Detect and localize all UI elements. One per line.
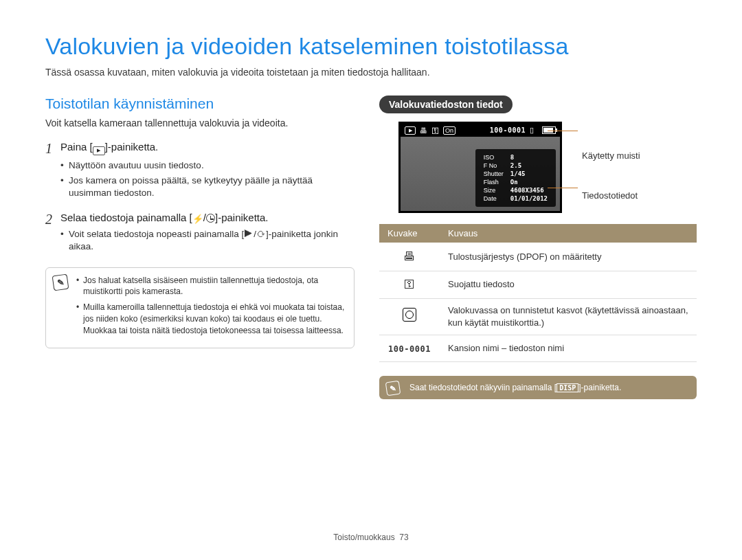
tip-icon: ✎ <box>385 381 401 396</box>
flash-icon: ⚡ <box>192 214 203 224</box>
sd-card-icon: ▯ <box>530 126 534 135</box>
page-footer: Toisto/muokkaus 73 <box>0 533 742 542</box>
lcd-top-bar: ▶ 🖶 ⚿ On 100-0001 ▯ <box>401 124 560 137</box>
note-item: Jos haluat katsella sisäiseen muistiin t… <box>76 275 346 298</box>
legend-desc: Suojattu tiedosto <box>440 271 697 298</box>
legend-head-icon: Kuvake <box>379 224 440 243</box>
section-heading: Toistotilan käynnistäminen <box>45 96 355 112</box>
step-bullet: Näyttöön avautuu uusin tiedosto. <box>69 159 355 172</box>
legend-row: ⚿ Suojattu tiedosto <box>379 271 697 298</box>
step-bullet: Jos kamera on poissa päältä, se kytkeyty… <box>69 175 355 199</box>
step-text-pre: Selaa tiedostoja painamalla [ <box>60 212 192 223</box>
lcd-preview: ▶ 🖶 ⚿ On 100-0001 ▯ ISO8 F No2.5 Shutter… <box>398 122 562 213</box>
tip-box: ✎ Saat tiedostotiedot näkyviin painamall… <box>379 376 697 399</box>
note-box: ✎ Jos haluat katsella sisäiseen muistiin… <box>45 267 355 348</box>
step-text-pre: Paina [ <box>60 141 93 153</box>
callout-memory: Käytetty muisti <box>582 150 640 161</box>
lcd-image-area: ISO8 F No2.5 Shutter1/45 FlashOn Size460… <box>401 137 560 211</box>
step: 1 Paina []-painiketta. Näyttöön avautuu … <box>45 141 355 202</box>
protected-file-icon: ⚿ <box>404 278 415 290</box>
step: 2 Selaa tiedostoja painamalla [⚡/]-paini… <box>45 212 355 256</box>
print-icon: 🖶 <box>420 126 427 135</box>
folder-file-number: 100-0001 <box>490 126 526 134</box>
legend-row: 100-0001 Kansion nimi – tiedoston nimi <box>379 335 697 361</box>
legend-desc: Kansion nimi – tiedoston nimi <box>440 335 697 361</box>
step-text-post: ]-painiketta. <box>105 141 159 153</box>
footer-page: 73 <box>399 533 408 542</box>
exif-info-panel: ISO8 F No2.5 Shutter1/45 FlashOn Size460… <box>475 149 556 207</box>
tip-text-pre: Saat tiedostotiedot näkyviin painamalla … <box>409 383 556 392</box>
note-icon: ✎ <box>52 273 69 291</box>
step-bullet: Voit selata tiedostoja nopeasti painamal… <box>69 228 355 253</box>
playback-mode-icon: ▶ <box>405 126 416 135</box>
subsection-pill: Valokuvatiedoston tiedot <box>379 96 513 113</box>
lcd-preview-wrap: ▶ 🖶 ⚿ On 100-0001 ▯ ISO8 F No2.5 Shutter… <box>379 122 668 213</box>
on-indicator: On <box>443 126 456 135</box>
legend-row: Valokuvassa on tunnistetut kasvot (käyte… <box>379 298 697 335</box>
step-number: 2 <box>45 212 60 256</box>
page-title: Valokuvien ja videoiden katseleminen toi… <box>45 33 697 60</box>
icon-legend-table: Kuvake Kuvaus 🖶 Tulostusjärjestys (DPOF)… <box>379 224 697 362</box>
section-intro: Voit katsella kameraan tallennettuja val… <box>45 117 355 128</box>
legend-desc: Tulostusjärjestys (DPOF) on määritetty <box>440 243 697 271</box>
footer-section: Toisto/muokkaus <box>333 533 394 542</box>
key-icon: ⚿ <box>431 126 439 135</box>
page-subtitle: Tässä osassa kuvataan, miten valokuvia j… <box>45 67 697 78</box>
print-order-icon: 🖶 <box>403 249 416 263</box>
disp-button-label: DISP <box>556 383 578 392</box>
legend-desc: Valokuvassa on tunnistetut kasvot (käyte… <box>440 298 697 335</box>
legend-row: 🖶 Tulostusjärjestys (DPOF) on määritetty <box>379 243 697 271</box>
timer-icon <box>206 214 215 223</box>
step-text-post: ]-painiketta. <box>215 212 269 223</box>
tip-text-post: ]-painiketta. <box>578 383 621 392</box>
folder-file-label-icon: 100-0001 <box>388 344 431 354</box>
face-detect-icon <box>403 308 416 322</box>
step-number: 1 <box>45 141 60 202</box>
play-button-icon <box>93 146 105 155</box>
note-item: Muilla kameroilla tallennettuja tiedosto… <box>76 302 346 336</box>
callout-fileinfo: Tiedostotiedot <box>582 190 638 201</box>
legend-head-desc: Kuvaus <box>440 224 697 243</box>
